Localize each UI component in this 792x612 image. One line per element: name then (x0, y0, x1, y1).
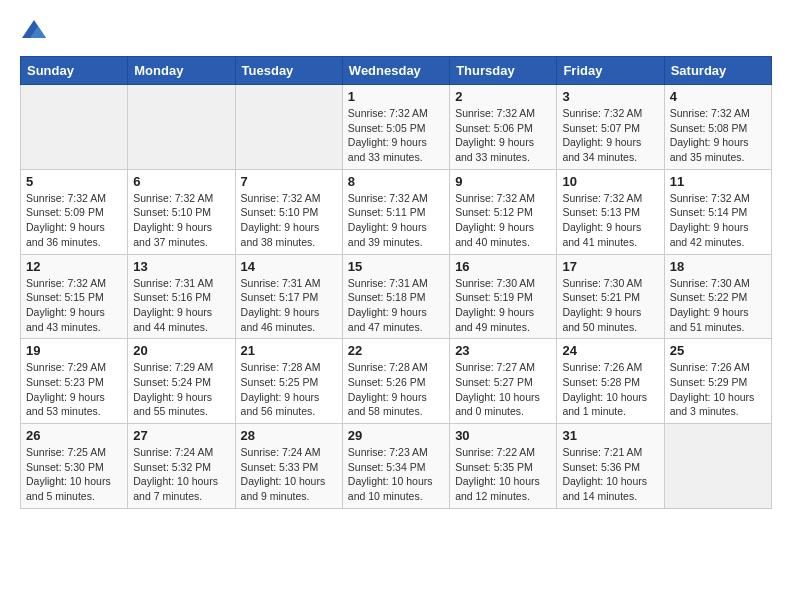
calendar-cell: 4Sunrise: 7:32 AM Sunset: 5:08 PM Daylig… (664, 85, 771, 170)
day-number: 24 (562, 343, 658, 358)
calendar-week-row: 12Sunrise: 7:32 AM Sunset: 5:15 PM Dayli… (21, 254, 772, 339)
weekday-header-tuesday: Tuesday (235, 57, 342, 85)
day-info: Sunrise: 7:24 AM Sunset: 5:32 PM Dayligh… (133, 445, 229, 504)
day-info: Sunrise: 7:29 AM Sunset: 5:24 PM Dayligh… (133, 360, 229, 419)
calendar-cell: 28Sunrise: 7:24 AM Sunset: 5:33 PM Dayli… (235, 424, 342, 509)
calendar-week-row: 1Sunrise: 7:32 AM Sunset: 5:05 PM Daylig… (21, 85, 772, 170)
day-number: 13 (133, 259, 229, 274)
calendar-cell: 8Sunrise: 7:32 AM Sunset: 5:11 PM Daylig… (342, 169, 449, 254)
calendar-cell: 31Sunrise: 7:21 AM Sunset: 5:36 PM Dayli… (557, 424, 664, 509)
logo-icon (20, 16, 48, 44)
calendar-cell: 15Sunrise: 7:31 AM Sunset: 5:18 PM Dayli… (342, 254, 449, 339)
calendar-cell: 6Sunrise: 7:32 AM Sunset: 5:10 PM Daylig… (128, 169, 235, 254)
calendar-cell: 29Sunrise: 7:23 AM Sunset: 5:34 PM Dayli… (342, 424, 449, 509)
calendar-table: SundayMondayTuesdayWednesdayThursdayFrid… (20, 56, 772, 509)
day-number: 3 (562, 89, 658, 104)
day-info: Sunrise: 7:30 AM Sunset: 5:19 PM Dayligh… (455, 276, 551, 335)
day-info: Sunrise: 7:28 AM Sunset: 5:26 PM Dayligh… (348, 360, 444, 419)
day-info: Sunrise: 7:32 AM Sunset: 5:11 PM Dayligh… (348, 191, 444, 250)
day-number: 5 (26, 174, 122, 189)
weekday-header-sunday: Sunday (21, 57, 128, 85)
day-number: 11 (670, 174, 766, 189)
calendar-cell: 7Sunrise: 7:32 AM Sunset: 5:10 PM Daylig… (235, 169, 342, 254)
day-number: 26 (26, 428, 122, 443)
calendar-cell (128, 85, 235, 170)
day-info: Sunrise: 7:32 AM Sunset: 5:09 PM Dayligh… (26, 191, 122, 250)
day-info: Sunrise: 7:21 AM Sunset: 5:36 PM Dayligh… (562, 445, 658, 504)
day-info: Sunrise: 7:32 AM Sunset: 5:14 PM Dayligh… (670, 191, 766, 250)
day-number: 20 (133, 343, 229, 358)
day-number: 23 (455, 343, 551, 358)
day-number: 22 (348, 343, 444, 358)
day-info: Sunrise: 7:29 AM Sunset: 5:23 PM Dayligh… (26, 360, 122, 419)
day-number: 29 (348, 428, 444, 443)
calendar-cell: 26Sunrise: 7:25 AM Sunset: 5:30 PM Dayli… (21, 424, 128, 509)
calendar-cell: 23Sunrise: 7:27 AM Sunset: 5:27 PM Dayli… (450, 339, 557, 424)
day-info: Sunrise: 7:32 AM Sunset: 5:15 PM Dayligh… (26, 276, 122, 335)
day-number: 7 (241, 174, 337, 189)
day-number: 25 (670, 343, 766, 358)
calendar-cell: 27Sunrise: 7:24 AM Sunset: 5:32 PM Dayli… (128, 424, 235, 509)
calendar-cell: 3Sunrise: 7:32 AM Sunset: 5:07 PM Daylig… (557, 85, 664, 170)
logo (20, 16, 52, 44)
calendar-cell: 30Sunrise: 7:22 AM Sunset: 5:35 PM Dayli… (450, 424, 557, 509)
calendar-cell: 14Sunrise: 7:31 AM Sunset: 5:17 PM Dayli… (235, 254, 342, 339)
day-info: Sunrise: 7:32 AM Sunset: 5:13 PM Dayligh… (562, 191, 658, 250)
day-info: Sunrise: 7:32 AM Sunset: 5:06 PM Dayligh… (455, 106, 551, 165)
day-info: Sunrise: 7:24 AM Sunset: 5:33 PM Dayligh… (241, 445, 337, 504)
day-info: Sunrise: 7:31 AM Sunset: 5:16 PM Dayligh… (133, 276, 229, 335)
day-number: 8 (348, 174, 444, 189)
calendar-cell: 12Sunrise: 7:32 AM Sunset: 5:15 PM Dayli… (21, 254, 128, 339)
calendar-cell (664, 424, 771, 509)
day-number: 21 (241, 343, 337, 358)
weekday-header-monday: Monday (128, 57, 235, 85)
calendar-cell: 10Sunrise: 7:32 AM Sunset: 5:13 PM Dayli… (557, 169, 664, 254)
calendar-week-row: 19Sunrise: 7:29 AM Sunset: 5:23 PM Dayli… (21, 339, 772, 424)
day-number: 12 (26, 259, 122, 274)
weekday-header-row: SundayMondayTuesdayWednesdayThursdayFrid… (21, 57, 772, 85)
weekday-header-saturday: Saturday (664, 57, 771, 85)
day-number: 28 (241, 428, 337, 443)
day-number: 19 (26, 343, 122, 358)
calendar-cell: 19Sunrise: 7:29 AM Sunset: 5:23 PM Dayli… (21, 339, 128, 424)
day-number: 16 (455, 259, 551, 274)
day-info: Sunrise: 7:25 AM Sunset: 5:30 PM Dayligh… (26, 445, 122, 504)
weekday-header-friday: Friday (557, 57, 664, 85)
calendar-cell: 25Sunrise: 7:26 AM Sunset: 5:29 PM Dayli… (664, 339, 771, 424)
calendar-cell: 18Sunrise: 7:30 AM Sunset: 5:22 PM Dayli… (664, 254, 771, 339)
calendar-cell: 2Sunrise: 7:32 AM Sunset: 5:06 PM Daylig… (450, 85, 557, 170)
weekday-header-wednesday: Wednesday (342, 57, 449, 85)
calendar-cell: 9Sunrise: 7:32 AM Sunset: 5:12 PM Daylig… (450, 169, 557, 254)
day-info: Sunrise: 7:28 AM Sunset: 5:25 PM Dayligh… (241, 360, 337, 419)
day-number: 27 (133, 428, 229, 443)
day-number: 2 (455, 89, 551, 104)
day-number: 14 (241, 259, 337, 274)
day-info: Sunrise: 7:22 AM Sunset: 5:35 PM Dayligh… (455, 445, 551, 504)
day-number: 30 (455, 428, 551, 443)
day-info: Sunrise: 7:31 AM Sunset: 5:17 PM Dayligh… (241, 276, 337, 335)
page: SundayMondayTuesdayWednesdayThursdayFrid… (0, 0, 792, 525)
calendar-cell: 11Sunrise: 7:32 AM Sunset: 5:14 PM Dayli… (664, 169, 771, 254)
calendar-cell: 1Sunrise: 7:32 AM Sunset: 5:05 PM Daylig… (342, 85, 449, 170)
calendar-cell: 17Sunrise: 7:30 AM Sunset: 5:21 PM Dayli… (557, 254, 664, 339)
calendar-cell: 22Sunrise: 7:28 AM Sunset: 5:26 PM Dayli… (342, 339, 449, 424)
day-info: Sunrise: 7:31 AM Sunset: 5:18 PM Dayligh… (348, 276, 444, 335)
day-info: Sunrise: 7:27 AM Sunset: 5:27 PM Dayligh… (455, 360, 551, 419)
calendar-cell: 5Sunrise: 7:32 AM Sunset: 5:09 PM Daylig… (21, 169, 128, 254)
day-info: Sunrise: 7:23 AM Sunset: 5:34 PM Dayligh… (348, 445, 444, 504)
day-number: 9 (455, 174, 551, 189)
calendar-week-row: 5Sunrise: 7:32 AM Sunset: 5:09 PM Daylig… (21, 169, 772, 254)
day-number: 31 (562, 428, 658, 443)
day-info: Sunrise: 7:32 AM Sunset: 5:10 PM Dayligh… (241, 191, 337, 250)
calendar-cell: 21Sunrise: 7:28 AM Sunset: 5:25 PM Dayli… (235, 339, 342, 424)
calendar-cell: 24Sunrise: 7:26 AM Sunset: 5:28 PM Dayli… (557, 339, 664, 424)
day-info: Sunrise: 7:26 AM Sunset: 5:28 PM Dayligh… (562, 360, 658, 419)
day-info: Sunrise: 7:30 AM Sunset: 5:22 PM Dayligh… (670, 276, 766, 335)
calendar-week-row: 26Sunrise: 7:25 AM Sunset: 5:30 PM Dayli… (21, 424, 772, 509)
day-number: 4 (670, 89, 766, 104)
calendar-cell (235, 85, 342, 170)
day-info: Sunrise: 7:32 AM Sunset: 5:10 PM Dayligh… (133, 191, 229, 250)
day-info: Sunrise: 7:30 AM Sunset: 5:21 PM Dayligh… (562, 276, 658, 335)
day-number: 6 (133, 174, 229, 189)
weekday-header-thursday: Thursday (450, 57, 557, 85)
